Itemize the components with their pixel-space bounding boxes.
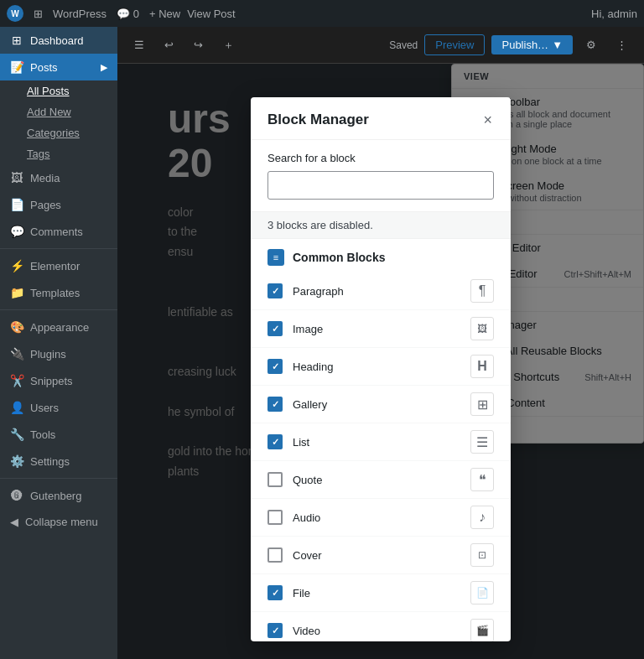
sidebar-label-media: Media xyxy=(30,172,60,184)
sidebar-item-dashboard[interactable]: ⊞ Dashboard xyxy=(0,27,117,54)
modal-title: Block Manager xyxy=(267,112,369,128)
video-name: Video xyxy=(293,625,460,637)
sidebar-label-appearance: Appearance xyxy=(30,321,89,334)
sidebar-item-appearance[interactable]: 🎨 Appearance xyxy=(0,314,117,340)
sidebar-item-templates[interactable]: 📁 Templates xyxy=(0,279,117,306)
appearance-icon: 🎨 xyxy=(10,320,23,334)
publish-button[interactable]: Publish… ▼ xyxy=(491,35,573,54)
posts-icon: 📝 xyxy=(10,60,23,74)
gallery-name: Gallery xyxy=(293,398,460,411)
toolbar-redo-icon[interactable]: ↪ xyxy=(187,35,210,54)
quote-checkbox[interactable] xyxy=(267,472,283,487)
pages-icon: 📄 xyxy=(10,198,23,211)
sidebar-subitem-categories[interactable]: Categories xyxy=(0,122,117,143)
collapse-icon: ◀ xyxy=(10,516,18,528)
sidebar-item-settings[interactable]: ⚙️ Settings xyxy=(0,448,117,475)
settings-icon: ⚙️ xyxy=(10,454,23,468)
sidebar-label-elementor: Elementor xyxy=(30,260,80,272)
sidebar-item-tools[interactable]: 🔧 Tools xyxy=(0,421,117,448)
block-item-paragraph: Paragraph ¶ xyxy=(251,272,511,310)
search-label: Search for a block xyxy=(267,152,494,164)
media-icon: 🖼 xyxy=(10,171,23,184)
modal-close-button[interactable]: × xyxy=(481,111,494,129)
cover-icon: ⊡ xyxy=(470,543,494,567)
modal-status-bar: 3 blocks are disabled. xyxy=(251,212,511,239)
sidebar-label-snippets: Snippets xyxy=(30,375,73,387)
file-icon: 📄 xyxy=(470,581,494,605)
modal-overlay: Block Manager × Search for a block 3 blo… xyxy=(117,64,644,659)
snippets-icon: ✂️ xyxy=(10,374,23,387)
sidebar-label-users: Users xyxy=(30,402,59,414)
topbar-right: Hi, admin xyxy=(591,8,637,20)
topbar-grid-icon[interactable]: ⊞ xyxy=(30,8,46,20)
topbar-hi-label: Hi, admin xyxy=(591,8,637,20)
sidebar-item-pages[interactable]: 📄 Pages xyxy=(0,191,117,218)
saved-status: Saved xyxy=(389,39,418,51)
plugins-icon: 🔌 xyxy=(10,347,23,361)
image-icon: 🖼 xyxy=(470,317,494,340)
heading-checkbox[interactable] xyxy=(267,359,283,374)
block-item-quote: Quote ❝ xyxy=(251,461,511,499)
block-item-cover: Cover ⊡ xyxy=(251,537,511,574)
modal-body[interactable]: ≡ Common Blocks Paragraph ¶ Image 🖼 xyxy=(251,239,511,641)
audio-name: Audio xyxy=(293,511,460,524)
cover-checkbox[interactable] xyxy=(267,547,283,563)
wp-logo[interactable]: W xyxy=(7,5,23,22)
file-name: File xyxy=(293,587,460,599)
sidebar-label-posts: Posts xyxy=(30,61,58,74)
sidebar-label-plugins: Plugins xyxy=(30,348,66,361)
sidebar: ⊞ Dashboard 📝 Posts ▶ All Posts Add New … xyxy=(0,27,117,659)
video-checkbox[interactable] xyxy=(267,623,283,638)
sidebar-item-posts[interactable]: 📝 Posts ▶ xyxy=(0,54,117,80)
gallery-checkbox[interactable] xyxy=(267,397,283,412)
list-checkbox[interactable] xyxy=(267,434,283,449)
sidebar-item-gutenberg[interactable]: 🅖 Gutenberg xyxy=(0,482,117,509)
toolbar-add-block-icon[interactable]: ＋ xyxy=(216,34,241,56)
sidebar-item-media[interactable]: 🖼 Media xyxy=(0,164,117,191)
paragraph-icon: ¶ xyxy=(470,279,494,303)
video-icon: 🎬 xyxy=(470,619,494,641)
topbar-comment-icon[interactable]: 💬 0 xyxy=(113,8,143,20)
block-item-audio: Audio ♪ xyxy=(251,499,511,537)
paragraph-checkbox[interactable] xyxy=(267,283,283,298)
settings-toggle-icon[interactable]: ⚙ xyxy=(579,35,603,54)
quote-name: Quote xyxy=(293,474,460,486)
topbar-new-button[interactable]: + New xyxy=(149,8,180,20)
block-item-video: Video 🎬 xyxy=(251,612,511,641)
elementor-icon: ⚡ xyxy=(10,259,23,272)
list-icon: ☰ xyxy=(470,430,494,454)
gutenberg-icon: 🅖 xyxy=(10,489,23,502)
gallery-icon: ⊞ xyxy=(470,392,494,416)
sidebar-collapse-button[interactable]: ◀ Collapse menu xyxy=(0,509,117,535)
sidebar-subitem-add-new[interactable]: Add New xyxy=(0,101,117,122)
modal-header: Block Manager × xyxy=(251,97,511,140)
common-blocks-title: Common Blocks xyxy=(293,251,385,264)
sidebar-subitem-all-posts[interactable]: All Posts xyxy=(0,80,117,101)
preview-button[interactable]: Preview xyxy=(424,34,485,55)
sidebar-divider-2 xyxy=(0,309,117,310)
sidebar-item-elementor[interactable]: ⚡ Elementor xyxy=(0,252,117,279)
sidebar-label-templates: Templates xyxy=(30,287,80,299)
publish-chevron: ▼ xyxy=(552,39,563,51)
block-item-gallery: Gallery ⊞ xyxy=(251,386,511,423)
image-checkbox[interactable] xyxy=(267,321,283,336)
editor-toolbar: ☰ ↩ ↪ ＋ Saved Preview Publish… ▼ ⚙ ⋮ xyxy=(117,27,644,64)
audio-checkbox[interactable] xyxy=(267,510,283,525)
sidebar-item-plugins[interactable]: 🔌 Plugins xyxy=(0,340,117,367)
templates-icon: 📁 xyxy=(10,286,23,299)
modal-search-area: Search for a block xyxy=(251,140,511,212)
sidebar-item-users[interactable]: 👤 Users xyxy=(0,394,117,421)
toolbar-undo-icon[interactable]: ↩ xyxy=(158,35,180,54)
toolbar-toggle-icon[interactable]: ☰ xyxy=(127,35,151,54)
more-options-icon[interactable]: ⋮ xyxy=(610,35,634,54)
tools-icon: 🔧 xyxy=(10,428,23,441)
sidebar-item-snippets[interactable]: ✂️ Snippets xyxy=(0,367,117,394)
sidebar-item-comments[interactable]: 💬 Comments xyxy=(0,218,117,245)
search-input[interactable] xyxy=(267,171,494,200)
heading-icon: H xyxy=(470,355,494,378)
common-blocks-header: ≡ Common Blocks xyxy=(251,239,511,272)
topbar-view-post-link[interactable]: View Post xyxy=(187,8,236,20)
file-checkbox[interactable] xyxy=(267,585,283,600)
sidebar-subitem-tags[interactable]: Tags xyxy=(0,143,117,164)
toolbar-right: Saved Preview Publish… ▼ ⚙ ⋮ xyxy=(389,34,634,55)
